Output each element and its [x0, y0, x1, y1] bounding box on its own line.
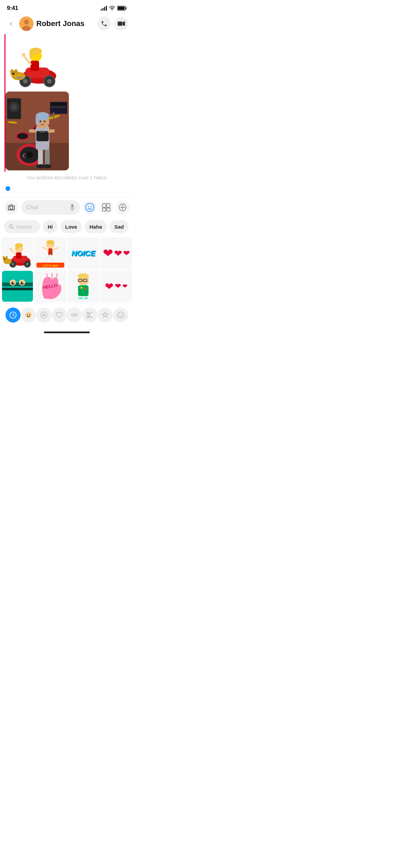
- svg-point-127: [25, 312, 32, 318]
- svg-text:C: C: [23, 153, 26, 158]
- svg-rect-60: [71, 204, 73, 208]
- sticker-cell-noice[interactable]: NOICE: [67, 237, 99, 269]
- gif-tab-button[interactable]: GIF: [67, 308, 82, 323]
- svg-line-112: [47, 274, 47, 278]
- back-button[interactable]: ‹: [5, 18, 16, 29]
- video-icon: [118, 21, 125, 26]
- svg-point-89: [3, 256, 4, 260]
- chat-messages-area: C: [0, 34, 134, 197]
- svg-rect-120: [78, 285, 89, 296]
- sticker-cell-hello[interactable]: HELLO: [34, 270, 66, 302]
- svg-rect-50: [47, 129, 55, 133]
- svg-rect-11: [31, 61, 39, 71]
- pawprint-tab-button[interactable]: [98, 308, 113, 323]
- svg-point-107: [11, 282, 14, 285]
- svg-point-140: [119, 314, 120, 315]
- status-bar: 9:41: [0, 0, 134, 14]
- svg-rect-53: [36, 116, 39, 125]
- svg-point-24: [12, 73, 14, 75]
- svg-line-126: [13, 315, 14, 316]
- sticker-bottom-toolbar: GIF: [0, 304, 134, 326]
- video-call-button[interactable]: [114, 17, 128, 31]
- call-button[interactable]: [97, 17, 111, 31]
- svg-text:LET'S GO!: LET'S GO!: [43, 264, 58, 267]
- svg-rect-80: [16, 252, 22, 258]
- svg-point-59: [10, 206, 13, 209]
- svg-line-137: [89, 314, 90, 315]
- recents-tab-button[interactable]: [5, 308, 21, 323]
- svg-point-23: [14, 69, 18, 75]
- svg-marker-7: [123, 21, 125, 26]
- svg-point-4: [24, 20, 29, 24]
- camera-button[interactable]: [4, 200, 19, 215]
- add-sticker-button[interactable]: [36, 308, 51, 323]
- avatar-image: [19, 16, 34, 31]
- contact-avatar: [19, 16, 34, 31]
- heart-small-1: ❤: [105, 280, 113, 292]
- svg-rect-79: [16, 245, 18, 250]
- svg-rect-49: [29, 129, 36, 133]
- scissors-icon: [86, 311, 94, 319]
- svg-point-64: [88, 206, 89, 207]
- stickers-button[interactable]: [99, 201, 113, 214]
- svg-rect-68: [102, 208, 106, 211]
- signal-icon: [101, 6, 107, 11]
- smiley-icon: [85, 203, 94, 212]
- tag-pill-haha[interactable]: Haha: [85, 220, 107, 233]
- sticker-search-placeholder: Search: [16, 224, 32, 230]
- svg-point-19: [47, 79, 52, 84]
- sticker-cell-peekaboo[interactable]: [1, 270, 34, 302]
- screen-record-notice: YOU SCREEN RECORDED CHAT 2 TIMES!: [0, 172, 134, 183]
- svg-point-82: [10, 248, 12, 250]
- status-time: 9:41: [7, 5, 18, 12]
- svg-rect-1: [126, 7, 126, 9]
- chat-input-field[interactable]: Chat: [21, 200, 80, 215]
- noice-text: NOICE: [71, 249, 95, 258]
- sticker-grid: LET'S GO! NOICE ❤ ❤ ❤: [0, 236, 134, 304]
- svg-point-84: [11, 263, 14, 266]
- svg-rect-66: [102, 204, 106, 207]
- plus-button[interactable]: [116, 201, 130, 214]
- sticker-search-bar: Search Hi Love Haha Sad Yay: [0, 217, 134, 236]
- sticker-cell-dancer[interactable]: LET'S GO!: [34, 237, 66, 269]
- chat-input-bar: Chat: [0, 197, 134, 217]
- sticker-cell-hearts-big[interactable]: ❤ ❤ ❤: [100, 237, 132, 269]
- sticker-peekaboo-image: [2, 271, 33, 302]
- svg-rect-69: [107, 208, 110, 211]
- svg-point-54: [40, 121, 41, 122]
- svg-point-30: [11, 104, 17, 110]
- svg-point-63: [86, 203, 94, 212]
- svg-point-65: [91, 206, 92, 207]
- favorites-tab-button[interactable]: [52, 308, 67, 323]
- emoji-tab-icon: [117, 311, 124, 319]
- scooter-sticker-image: [7, 37, 63, 88]
- sticker-cell-hearts-small[interactable]: ❤ ❤ ❤: [100, 270, 132, 302]
- tag-pill-hi[interactable]: Hi: [43, 220, 58, 233]
- svg-point-86: [26, 263, 29, 266]
- sticker-cell-hehf[interactable]: HE HF: [67, 270, 99, 302]
- tag-pill-love[interactable]: Love: [60, 220, 82, 233]
- svg-point-15: [22, 53, 26, 57]
- svg-rect-13: [29, 51, 33, 58]
- add-icon: [40, 311, 48, 319]
- tag-pill-sad[interactable]: Sad: [110, 220, 129, 233]
- svg-point-129: [29, 314, 30, 315]
- svg-rect-33: [51, 106, 66, 108]
- heart-icon-1: ❤: [103, 246, 113, 261]
- unread-indicator: [5, 186, 10, 191]
- svg-point-44: [17, 133, 28, 139]
- svg-rect-48: [36, 131, 49, 141]
- svg-point-36: [26, 152, 33, 158]
- scissors-tab-button[interactable]: [82, 308, 97, 323]
- emoji-button[interactable]: [83, 201, 97, 214]
- svg-line-14: [24, 56, 31, 64]
- bitmoji-tab-button[interactable]: [21, 308, 36, 323]
- battery-icon: [117, 6, 127, 11]
- heart-small-2: ❤: [115, 282, 121, 291]
- svg-line-74: [12, 227, 13, 229]
- sticker-cell-scooter[interactable]: [1, 237, 34, 269]
- svg-rect-25: [17, 77, 23, 79]
- sticker-search-input[interactable]: Search: [4, 220, 40, 233]
- photo-bubble[interactable]: C: [5, 92, 69, 170]
- emoji-tab-button[interactable]: [113, 308, 128, 323]
